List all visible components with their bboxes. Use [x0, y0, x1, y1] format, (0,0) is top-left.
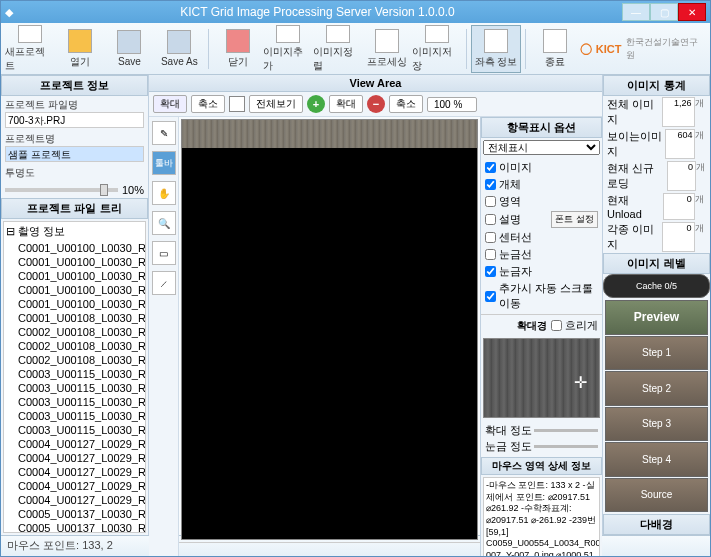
fit-icon[interactable]	[229, 96, 245, 112]
fit-all-button[interactable]: 전체보기	[249, 95, 303, 113]
exit-button[interactable]: 종료	[530, 25, 580, 73]
display-select[interactable]: 전체표시	[483, 140, 600, 155]
saveas-button[interactable]: Save As	[154, 25, 204, 73]
process-button[interactable]: 프로세싱	[363, 25, 413, 73]
maximize-button[interactable]: ▢	[650, 3, 678, 21]
save-button[interactable]: Save	[105, 25, 155, 73]
option-2[interactable]: 영역	[485, 193, 598, 210]
zoom-in-tab[interactable]: 확대	[153, 95, 187, 113]
crack-info-button[interactable]: 좌측 정보	[471, 25, 521, 73]
thumb-preview[interactable]: Preview	[605, 300, 708, 335]
tree-item[interactable]: C0002_U00108_L0030_R0	[4, 325, 145, 339]
file-tree-header: 프로젝트 파일 트리	[1, 198, 148, 219]
new-icon	[18, 25, 42, 43]
thumb-step-2[interactable]: Step 2	[605, 371, 708, 406]
project-name-value[interactable]: 샘플 프로젝트	[5, 146, 144, 162]
thumb-step-1[interactable]: Step 1	[605, 336, 708, 371]
ruler-tool[interactable]: ▭	[152, 241, 176, 265]
zoom-plus-label[interactable]: 확대	[329, 95, 363, 113]
tree-item[interactable]: C0004_U00127_L0029_R0	[4, 451, 145, 465]
open-icon	[68, 29, 92, 53]
option-7[interactable]: 추가시 자동 스크롤 이동	[485, 280, 598, 312]
tree-item[interactable]: C0002_U00108_L0030_R0	[4, 339, 145, 353]
thumb-step-3[interactable]: Step 3	[605, 407, 708, 442]
opacity-label: 투명도	[5, 166, 144, 180]
zoom-accuracy-label: 확대 정도	[485, 423, 532, 438]
zoom-accuracy-slider[interactable]	[534, 429, 598, 432]
alignimg-icon	[326, 25, 350, 43]
tree-item[interactable]: C0003_U00115_L0030_R0	[4, 367, 145, 381]
tree-item[interactable]: C0004_U00127_L0029_R0	[4, 493, 145, 507]
project-info-header: 프로젝트 정보	[1, 75, 148, 96]
addimg-icon	[276, 25, 300, 43]
file-tree[interactable]: ⊟ 촬영 정보 C0001_U00100_L0030_R0C0001_U0010…	[3, 221, 146, 533]
navigator-thumbnail[interactable]: ✛	[483, 338, 600, 418]
close-project-button[interactable]: 닫기	[213, 25, 263, 73]
tree-item[interactable]: C0003_U00115_L0030_R0	[4, 409, 145, 423]
zoom-plus-icon[interactable]: +	[307, 95, 325, 113]
process-icon	[375, 29, 399, 53]
grid-accuracy-slider[interactable]	[534, 445, 598, 448]
info-icon	[484, 29, 508, 53]
tree-item[interactable]: C0005_U00137_L0030_R0	[4, 521, 145, 533]
tree-item[interactable]: C0003_U00115_L0030_R0	[4, 423, 145, 437]
tree-item[interactable]: C0001_U00108_L0030_R0	[4, 311, 145, 325]
thumb-step-4[interactable]: Step 4	[605, 442, 708, 477]
crosshair-icon: ✛	[574, 373, 587, 392]
magnify-tool[interactable]: 🔍	[152, 211, 176, 235]
tree-item[interactable]: C0001_U00100_L0030_R0	[4, 297, 145, 311]
option-1[interactable]: 개체	[485, 176, 598, 193]
zoom-minus-icon[interactable]: −	[367, 95, 385, 113]
zoom-minus-label[interactable]: 축소	[389, 95, 423, 113]
option-5[interactable]: 눈금선	[485, 246, 598, 263]
window-title: KICT Grid Image Processing Server Versio…	[13, 5, 622, 19]
tree-item[interactable]: C0001_U00100_L0030_R0	[4, 269, 145, 283]
stat-row: 각종 이미지0개	[603, 221, 710, 253]
saveas-icon	[167, 30, 191, 54]
tree-item[interactable]: C0001_U00100_L0030_R0	[4, 255, 145, 269]
mouse-detail-box[interactable]: -마우스 포인트: 133 x 2 -실제에서 포인트: ⌀20917.51 ⌀…	[483, 477, 600, 557]
tree-item[interactable]: C0001_U00100_L0030_R0	[4, 283, 145, 297]
image-canvas[interactable]	[181, 119, 478, 540]
font-settings-button[interactable]: 폰트 설정	[551, 211, 598, 228]
project-file-value[interactable]: 700-3차.PRJ	[5, 112, 144, 128]
thumb-source[interactable]: Source	[605, 478, 708, 513]
new-project-button[interactable]: 새프로젝트	[5, 25, 55, 73]
tree-item[interactable]: C0004_U00127_L0029_R0	[4, 437, 145, 451]
close-button[interactable]: ✕	[678, 3, 706, 21]
opacity-slider[interactable]	[5, 188, 118, 192]
tree-item[interactable]: C0004_U00127_L0029_R0	[4, 465, 145, 479]
zoom-percent[interactable]: 100 %	[427, 97, 477, 112]
hand-tool[interactable]: ✋	[152, 181, 176, 205]
option-6[interactable]: 눈금자	[485, 263, 598, 280]
save-image-button[interactable]: 이미지저장	[412, 25, 462, 73]
tree-item[interactable]: C0002_U00108_L0030_R0	[4, 353, 145, 367]
tree-item[interactable]: C0004_U00127_L0029_R0	[4, 479, 145, 493]
measure-tool[interactable]: ⟋	[152, 271, 176, 295]
align-image-button[interactable]: 이미지정렬	[313, 25, 363, 73]
minimize-button[interactable]: —	[622, 3, 650, 21]
toolbar-tool[interactable]: 툴바	[152, 151, 176, 175]
pen-tool[interactable]: ✎	[152, 121, 176, 145]
add-image-button[interactable]: 이미지추가	[263, 25, 313, 73]
status-mouse: 마우스 포인트: 133, 2	[7, 538, 113, 553]
tree-item[interactable]: C0003_U00115_L0030_R0	[4, 395, 145, 409]
project-name-label: 프로젝트명	[5, 132, 144, 146]
magnifier-label: 확대경	[485, 319, 547, 333]
tree-item[interactable]: C0003_U00115_L0030_R0	[4, 381, 145, 395]
open-button[interactable]: 열기	[55, 25, 105, 73]
tree-item[interactable]: C0005_U00137_L0030_R0	[4, 507, 145, 521]
tree-root[interactable]: ⊟ 촬영 정보	[4, 222, 145, 241]
tree-item[interactable]: C0001_U00100_L0030_R0	[4, 241, 145, 255]
save-icon	[117, 30, 141, 54]
stat-row: 전체 이미지1,26개	[603, 96, 710, 128]
image-level-header: 이미지 레벨	[603, 253, 710, 274]
option-4[interactable]: 센터선	[485, 229, 598, 246]
option-3[interactable]: 설명폰트 설정	[485, 210, 598, 229]
option-0[interactable]: 이미지	[485, 159, 598, 176]
zoom-out-tab[interactable]: 축소	[191, 95, 225, 113]
canvas-texture	[182, 120, 477, 148]
image-stats-header: 이미지 통계	[603, 75, 710, 96]
blur-checkbox[interactable]: 흐리게	[551, 317, 598, 334]
display-options-header: 항목표시 옵션	[481, 117, 602, 138]
